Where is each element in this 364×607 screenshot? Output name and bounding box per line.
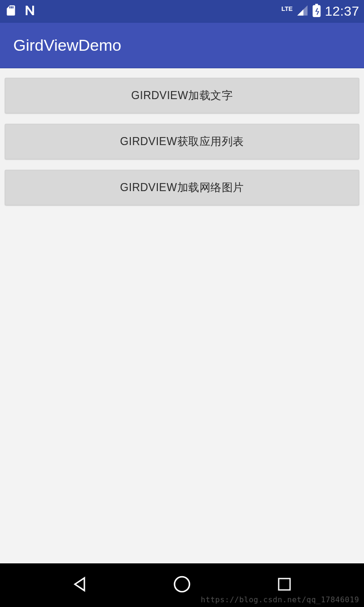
clock-time: 12:37	[325, 4, 359, 19]
status-right: LTE 12:37	[282, 4, 359, 19]
recent-apps-icon	[276, 576, 293, 595]
android-n-icon	[23, 3, 37, 19]
content-area: GIRDVIEW加载文字 GIRDVIEW获取应用列表 GIRDVIEW加载网络…	[0, 68, 364, 205]
battery-charging-icon	[312, 4, 321, 19]
sd-card-icon	[5, 4, 17, 18]
back-icon	[70, 575, 89, 596]
home-icon	[172, 574, 192, 596]
gridview-get-app-list-button[interactable]: GIRDVIEW获取应用列表	[5, 124, 359, 159]
gridview-load-network-image-button[interactable]: GIRDVIEW加载网络图片	[5, 170, 359, 205]
svg-rect-1	[279, 579, 290, 590]
app-title: GirdViewDemo	[13, 36, 121, 55]
status-bar: LTE 12:37	[0, 0, 364, 23]
watermark-text: https://blog.csdn.net/qq_17846019	[201, 595, 359, 604]
gridview-load-text-button[interactable]: GIRDVIEW加载文字	[5, 78, 359, 113]
app-bar: GirdViewDemo	[0, 23, 364, 68]
home-button[interactable]	[170, 573, 194, 598]
network-type-label: LTE	[282, 5, 293, 12]
svg-point-0	[174, 577, 190, 592]
back-button[interactable]	[67, 573, 92, 598]
status-left	[5, 3, 37, 19]
recent-apps-button[interactable]	[272, 573, 297, 598]
signal-icon	[296, 4, 309, 18]
